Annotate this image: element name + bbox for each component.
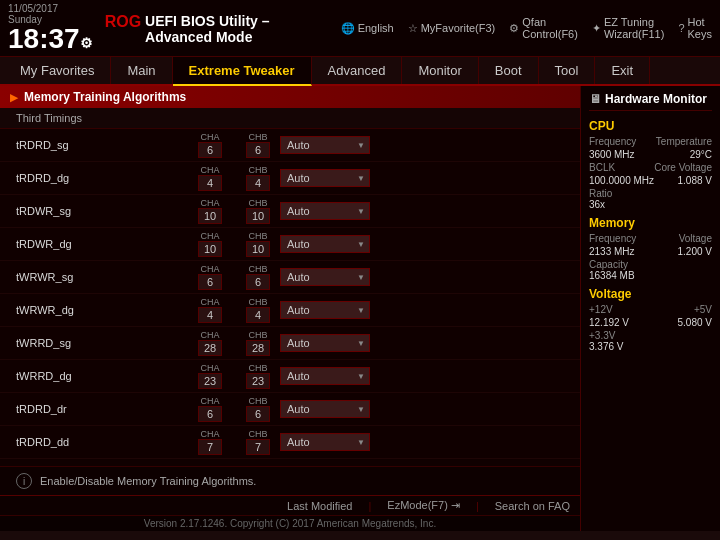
chb-value-2: 10 <box>246 208 270 224</box>
param-row: tWRRD_dg CHA 23 CHB 23 Auto <box>0 360 580 393</box>
param-name-7: tWRRD_dg <box>16 370 136 382</box>
gear-icon[interactable]: ⚙ <box>80 35 93 51</box>
channel-b-2: CHB 10 <box>244 198 272 224</box>
param-name-3: tRDWR_dg <box>16 238 136 250</box>
myfavorite-label: MyFavorite(F3) <box>421 22 496 34</box>
param-dropdown-1[interactable]: Auto <box>280 169 370 187</box>
chb-value-8: 6 <box>246 406 270 422</box>
bottom-bar: Last Modified | EzMode(F7) ⇥ | Search on… <box>0 495 580 515</box>
language-button[interactable]: 🌐 English <box>341 16 394 40</box>
qfan-label: Qfan Control(F6) <box>522 16 578 40</box>
chb-value-1: 4 <box>246 175 270 191</box>
hw-cpu-bclk-cv-labels: BCLK Core Voltage <box>589 162 712 173</box>
main-layout: ▶ Memory Training Algorithms Third Timin… <box>0 86 720 531</box>
nav-tabs: My Favorites Main Extreme Tweaker Advanc… <box>0 57 720 86</box>
cha-value-6: 28 <box>198 340 222 356</box>
tab-my-favorites[interactable]: My Favorites <box>4 57 111 84</box>
params-list: tRDRD_sg CHA 6 CHB 6 Auto tRDRD_dg CHA 4 <box>0 129 580 466</box>
param-dropdown-7[interactable]: Auto <box>280 367 370 385</box>
time-display: 18:37⚙ <box>8 25 93 53</box>
sub-header-label: Third Timings <box>16 112 82 124</box>
rog-logo: ROG <box>105 13 141 31</box>
param-dropdown-2[interactable]: Auto <box>280 202 370 220</box>
param-name-4: tWRWR_sg <box>16 271 136 283</box>
channel-a-4: CHA 6 <box>196 264 224 290</box>
tab-main[interactable]: Main <box>111 57 172 84</box>
ez-mode-label: EzMode(F7) <box>387 499 448 511</box>
cha-label-2: CHA <box>200 198 219 208</box>
param-row: tRDRD_dd CHA 7 CHB 7 Auto <box>0 426 580 459</box>
footer-info: i Enable/Disable Memory Training Algorit… <box>0 466 580 495</box>
channel-a-9: CHA 7 <box>196 429 224 455</box>
channel-a-6: CHA 28 <box>196 330 224 356</box>
param-channels-4: CHA 6 CHB 6 <box>196 264 272 290</box>
channel-b-4: CHB 6 <box>244 264 272 290</box>
ez-tuning-label: EZ Tuning Wizard(F11) <box>604 16 665 40</box>
hw-cpu-freq-temp-labels: Frequency Temperature <box>589 136 712 147</box>
qfan-button[interactable]: ⚙ Qfan Control(F6) <box>509 16 578 40</box>
channel-a-2: CHA 10 <box>196 198 224 224</box>
channel-a-5: CHA 4 <box>196 297 224 323</box>
chb-value-5: 4 <box>246 307 270 323</box>
param-channels-3: CHA 10 CHB 10 <box>196 231 272 257</box>
expand-arrow-icon[interactable]: ▶ <box>10 92 18 103</box>
ez-mode-icon: ⇥ <box>451 499 460 511</box>
separator-2: | <box>476 500 479 512</box>
hw-cpu-bclk-cv-values: 100.0000 MHz 1.088 V <box>589 175 712 186</box>
tab-boot[interactable]: Boot <box>479 57 539 84</box>
param-dropdown-9[interactable]: Auto <box>280 433 370 451</box>
tab-advanced[interactable]: Advanced <box>312 57 403 84</box>
myfavorite-button[interactable]: ☆ MyFavorite(F3) <box>408 16 496 40</box>
hotkeys-button[interactable]: ? Hot Keys <box>678 16 712 40</box>
param-dropdown-0[interactable]: Auto <box>280 136 370 154</box>
hw-volt-33-value: 3.376 V <box>589 341 712 352</box>
ez-mode-button[interactable]: EzMode(F7) ⇥ <box>387 499 460 512</box>
section-title: Memory Training Algorithms <box>24 90 186 104</box>
datetime-block: 11/05/2017 Sunday 18:37⚙ <box>8 3 93 53</box>
tab-exit[interactable]: Exit <box>595 57 650 84</box>
cha-label-7: CHA <box>200 363 219 373</box>
channel-b-7: CHB 23 <box>244 363 272 389</box>
hw-memory-title: Memory <box>589 216 712 230</box>
param-name-9: tRDRD_dd <box>16 436 136 448</box>
param-row: tRDRD_dr CHA 6 CHB 6 Auto <box>0 393 580 426</box>
cha-value-0: 6 <box>198 142 222 158</box>
chb-label-5: CHB <box>248 297 267 307</box>
hw-volt-12-5-values: 12.192 V 5.080 V <box>589 317 712 328</box>
channel-a-8: CHA 6 <box>196 396 224 422</box>
chb-label-8: CHB <box>248 396 267 406</box>
topbar: 11/05/2017 Sunday 18:37⚙ ROG UEFI BIOS U… <box>0 0 720 57</box>
channel-b-9: CHB 7 <box>244 429 272 455</box>
version-text: Version 2.17.1246. Copyright (C) 2017 Am… <box>144 518 436 529</box>
ez-tuning-button[interactable]: ✦ EZ Tuning Wizard(F11) <box>592 16 665 40</box>
tab-tool[interactable]: Tool <box>539 57 596 84</box>
param-row: tWRRD_sg CHA 28 CHB 28 Auto <box>0 327 580 360</box>
channel-a-3: CHA 10 <box>196 231 224 257</box>
search-faq-button[interactable]: Search on FAQ <box>495 500 570 512</box>
hotkeys-label: Hot Keys <box>688 16 712 40</box>
param-name-8: tRDRD_dr <box>16 403 136 415</box>
param-dropdown-5[interactable]: Auto <box>280 301 370 319</box>
param-dropdown-4[interactable]: Auto <box>280 268 370 286</box>
language-icon: 🌐 <box>341 22 355 35</box>
language-label: English <box>358 22 394 34</box>
section-header: ▶ Memory Training Algorithms <box>0 86 580 108</box>
monitor-icon: 🖥 <box>589 92 601 106</box>
param-dropdown-6[interactable]: Auto <box>280 334 370 352</box>
hw-cpu-freq-temp-values: 3600 MHz 29°C <box>589 149 712 160</box>
hw-cpu-ratio-label: Ratio <box>589 188 712 199</box>
param-channels-0: CHA 6 CHB 6 <box>196 132 272 158</box>
footer-info-text: Enable/Disable Memory Training Algorithm… <box>40 475 256 487</box>
channel-a-7: CHA 23 <box>196 363 224 389</box>
cha-label-5: CHA <box>200 297 219 307</box>
cha-value-4: 6 <box>198 274 222 290</box>
tab-extreme-tweaker[interactable]: Extreme Tweaker <box>173 57 312 86</box>
chb-value-0: 6 <box>246 142 270 158</box>
param-name-1: tRDRD_dg <box>16 172 136 184</box>
param-dropdown-8[interactable]: Auto <box>280 400 370 418</box>
separator-1: | <box>368 500 371 512</box>
param-dropdown-3[interactable]: Auto <box>280 235 370 253</box>
hw-monitor-title: 🖥 Hardware Monitor <box>589 92 712 111</box>
tab-monitor[interactable]: Monitor <box>402 57 478 84</box>
param-row: tWRWR_sg CHA 6 CHB 6 Auto <box>0 261 580 294</box>
